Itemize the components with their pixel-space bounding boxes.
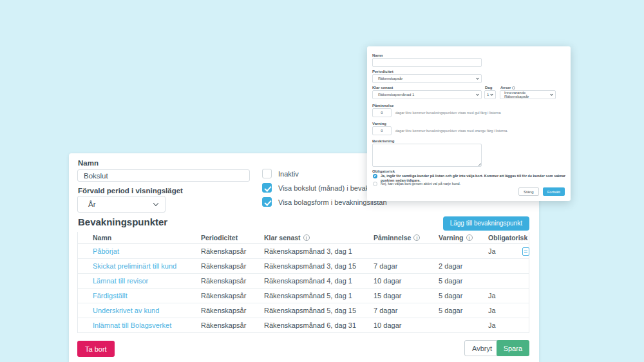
watchpoint-table-body: Påbörjat Räkenskapsår Räkenskapsmånad 3,… xyxy=(78,244,529,333)
row-mandatory: Ja xyxy=(488,321,522,329)
row-periodicity: Räkenskapsår xyxy=(201,277,264,285)
col-header-warning: Varning xyxy=(439,234,464,242)
dialog-name-input[interactable] xyxy=(372,58,482,67)
add-watchpoint-button[interactable]: Lägg till bevakningspunkt xyxy=(443,216,529,231)
dialog-close-button[interactable]: Stäng xyxy=(518,187,539,196)
row-mandatory: Ja xyxy=(488,292,522,300)
chevron-down-icon xyxy=(476,77,478,79)
row-due: Räkenskapsmånad 4, dag 1 xyxy=(264,277,374,285)
mandatory-no-option[interactable]: Nej, kan väljas bort genom aktivt val på… xyxy=(373,182,565,186)
row-periodicity: Räkenskapsår xyxy=(201,247,264,255)
dialog-continue-button[interactable]: Fortsätt xyxy=(543,187,565,196)
dialog-day-select[interactable]: 1 xyxy=(484,90,496,99)
note-icon[interactable] xyxy=(522,247,529,256)
row-warning: 5 dagar xyxy=(439,292,488,300)
delete-button[interactable]: Ta bort xyxy=(77,341,115,357)
name-label: Namn xyxy=(78,159,99,167)
due-info-icon[interactable] xyxy=(303,234,310,241)
row-due: Räkenskapsmånad 3, dag 15 xyxy=(264,262,374,270)
dialog-day-value: 1 xyxy=(487,93,489,97)
watchpoints-table-header: Namn Periodicitet Klar senast Påminnelse… xyxy=(78,232,529,244)
col-header-reminder: Påminnelse xyxy=(374,234,411,242)
warning-info-icon[interactable] xyxy=(466,234,473,241)
row-periodicity: Räkenskapsår xyxy=(201,321,264,329)
row-periodicity: Räkenskapsår xyxy=(201,292,264,300)
textarea-resize-grip[interactable] xyxy=(478,163,481,166)
reminder-info-icon[interactable] xyxy=(413,234,420,241)
dialog-periodicity-value: Räkenskapsår xyxy=(378,77,402,81)
table-row: Påbörjat Räkenskapsår Räkenskapsmånad 3,… xyxy=(78,244,529,259)
radio-selected-icon[interactable] xyxy=(373,174,377,178)
row-periodicity: Räkenskapsår xyxy=(201,307,264,314)
dialog-description-label: Beskrivning xyxy=(372,139,394,143)
default-period-label: Förvald period i visningsläget xyxy=(78,187,183,195)
chevron-down-icon xyxy=(550,93,553,95)
watchpoints-section-title: Bevakningspunkter xyxy=(78,216,167,227)
row-reminder: 7 dagar xyxy=(374,307,439,314)
col-header-periodicity: Periodicitet xyxy=(201,234,238,242)
row-due: Räkenskapsmånad 3, dag 1 xyxy=(264,247,374,255)
dialog-refers-value: Innevarande Räkenskapsår xyxy=(504,91,551,99)
show-bokslut-checkbox[interactable] xyxy=(262,183,272,193)
row-due: Räkenskapsmånad 5, dag 1 xyxy=(264,292,374,300)
mandatory-no-label: Nej, kan väljas bort genom aktivt val på… xyxy=(381,182,460,186)
row-name-link[interactable]: Färdigställt xyxy=(93,292,128,300)
dialog-due-label: Klar senast xyxy=(372,86,393,90)
row-warning: 2 dagar xyxy=(439,262,488,270)
default-period-value: År xyxy=(88,200,96,208)
name-input[interactable] xyxy=(77,169,250,182)
dialog-refers-select[interactable]: Innevarande Räkenskapsår xyxy=(500,90,556,99)
inactive-checkbox-label: Inaktiv xyxy=(278,170,299,178)
dialog-reminder-label: Påminnelse xyxy=(372,104,393,108)
dialog-description-textarea[interactable] xyxy=(372,144,482,167)
dialog-footer: Stäng Fortsätt xyxy=(518,187,565,196)
row-reminder: 10 dagar xyxy=(374,277,439,285)
row-name-link[interactable]: Påbörjat xyxy=(93,247,119,255)
col-header-due: Klar senast xyxy=(264,234,301,242)
refers-info-icon[interactable] xyxy=(512,86,515,90)
default-period-select[interactable]: År xyxy=(77,196,166,213)
row-due: Räkenskapsmånad 6, dag 31 xyxy=(264,321,374,329)
table-row: Skickat preliminärt till kund Räkenskaps… xyxy=(78,259,529,274)
row-periodicity: Räkenskapsår xyxy=(201,262,264,270)
table-row: Underskrivet av kund Räkenskapsår Räkens… xyxy=(78,303,529,318)
row-warning: 5 dagar xyxy=(439,307,488,314)
dialog-refers-label-text: Avser xyxy=(500,86,511,90)
dialog-periodicity-select[interactable]: Räkenskapsår xyxy=(372,74,482,83)
row-name-link[interactable]: Lämnat till revisor xyxy=(93,277,148,285)
row-mandatory: Ja xyxy=(488,247,522,255)
dialog-reminder-hint: dagar före kommer bevakningspunkten visa… xyxy=(395,111,501,115)
show-bolagsform-checkbox[interactable] xyxy=(262,197,272,207)
row-name-link[interactable]: Skickat preliminärt till kund xyxy=(93,262,176,270)
row-reminder: 10 dagar xyxy=(374,321,439,329)
dialog-periodicity-label: Periodicitet xyxy=(372,70,393,73)
dialog-mandatory-label: Obligatorisk xyxy=(372,169,395,173)
watchpoints-table: Namn Periodicitet Klar senast Påminnelse… xyxy=(77,232,529,333)
chevron-down-icon xyxy=(490,93,493,95)
col-header-name: Namn xyxy=(93,234,111,242)
row-name-link[interactable]: Underskrivet av kund xyxy=(93,307,159,314)
dialog-reminder-input[interactable] xyxy=(372,108,392,117)
table-row: Färdigställt Räkenskapsår Räkenskapsmåna… xyxy=(78,289,529,303)
save-button[interactable]: Spara xyxy=(497,340,529,356)
radio-unselected-icon[interactable] xyxy=(373,182,377,186)
dialog-refers-label: Avser xyxy=(500,86,515,90)
chevron-down-icon xyxy=(476,93,478,95)
row-name-link[interactable]: Inlämnat till Bolagsverket xyxy=(93,321,171,329)
checkbox-row-inactive[interactable]: Inaktiv xyxy=(262,169,299,178)
table-row: Lämnat till revisor Räkenskapsår Räkensk… xyxy=(78,274,529,289)
dialog-warning-label: Varning xyxy=(372,122,386,126)
row-due: Räkenskapsmånad 5, dag 15 xyxy=(264,307,374,314)
dialog-name-label: Namn xyxy=(372,53,383,57)
dialog-warning-hint: dagar före kommer bevakningspunkten visa… xyxy=(395,129,508,133)
row-reminder: 7 dagar xyxy=(374,262,439,270)
inactive-checkbox[interactable] xyxy=(262,169,272,178)
watchpoint-dialog: Namn Periodicitet Räkenskapsår Klar sena… xyxy=(367,46,571,201)
chevron-down-icon xyxy=(153,201,158,206)
dialog-warning-input[interactable] xyxy=(372,126,392,135)
col-header-mandatory: Obligatorisk xyxy=(488,234,527,242)
table-row: Inlämnat till Bolagsverket Räkenskapsår … xyxy=(78,318,529,333)
row-warning: 5 dagar xyxy=(439,277,488,285)
dialog-due-select[interactable]: Räkenskapsmånad 1 xyxy=(372,90,482,99)
cancel-button[interactable]: Avbryt xyxy=(464,340,500,356)
